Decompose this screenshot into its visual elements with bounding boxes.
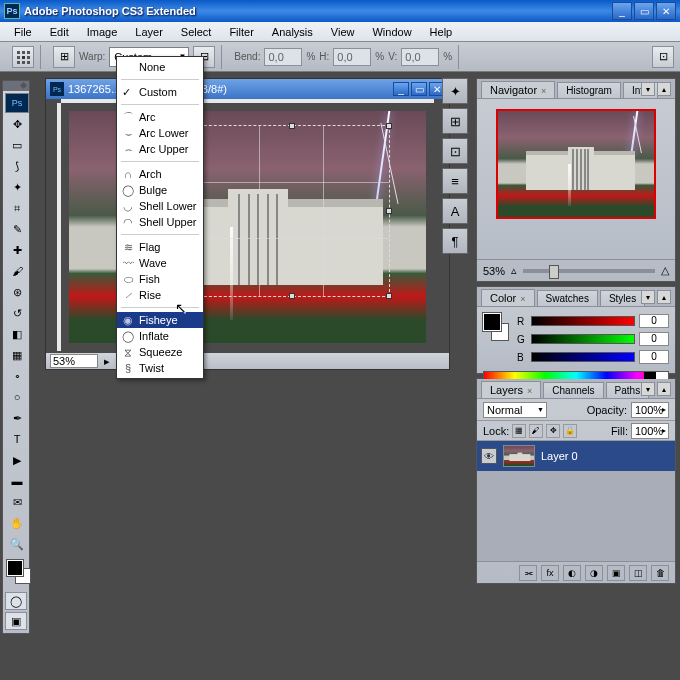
nav-zoom-out-icon[interactable]: ▵ (511, 264, 517, 277)
crop-tool-icon[interactable]: ⌗ (5, 198, 29, 218)
tab-histogram[interactable]: Histogram (557, 82, 621, 98)
panel-menu-icon[interactable]: ▾ (641, 82, 655, 96)
tab-channels[interactable]: Channels (543, 382, 603, 398)
doc-maximize-icon[interactable]: ▭ (411, 82, 427, 96)
zoom-input[interactable]: 53% (50, 354, 98, 368)
dock-clone-icon[interactable]: ⊞ (442, 108, 468, 134)
warp-fish[interactable]: ⬭Fish (117, 271, 203, 287)
warp-arch[interactable]: ∩Arch (117, 166, 203, 182)
warp-shell-upper[interactable]: ◠Shell Upper (117, 214, 203, 230)
marquee-tool-icon[interactable]: ▭ (5, 135, 29, 155)
dock-brushes-icon[interactable]: ✦ (442, 78, 468, 104)
color-menu-icon[interactable]: ▾ (641, 290, 655, 304)
screenmode-icon[interactable]: ▣ (5, 612, 27, 630)
warp-shell-lower[interactable]: ◡Shell Lower (117, 198, 203, 214)
foreground-swatch[interactable] (7, 560, 23, 576)
dock-paragraph-icon[interactable]: ¶ (442, 228, 468, 254)
menu-view[interactable]: View (323, 24, 363, 40)
layer-name[interactable]: Layer 0 (541, 450, 578, 462)
layer-group-icon[interactable]: ▣ (607, 565, 625, 581)
tab-layers[interactable]: Layers× (481, 381, 541, 398)
warp-wave[interactable]: 〰Wave (117, 255, 203, 271)
layers-menu-icon[interactable]: ▾ (641, 382, 655, 396)
menu-filter[interactable]: Filter (221, 24, 261, 40)
tab-swatches[interactable]: Swatches (537, 290, 598, 306)
workspace-toggle-icon[interactable]: ⊡ (652, 46, 674, 68)
maximize-button[interactable]: ▭ (634, 2, 654, 20)
v-input[interactable]: 0,0 (401, 48, 439, 66)
navigator-thumbnail[interactable] (496, 109, 656, 219)
lock-all-icon[interactable]: 🔒 (563, 424, 577, 438)
eraser-tool-icon[interactable]: ◧ (5, 324, 29, 344)
menu-help[interactable]: Help (422, 24, 461, 40)
history-brush-icon[interactable]: ↺ (5, 303, 29, 323)
wand-tool-icon[interactable]: ✦ (5, 177, 29, 197)
panel-collapse-icon[interactable]: ▴ (657, 82, 671, 96)
warp-arc[interactable]: ⌒Arc (117, 109, 203, 125)
layer-visibility-icon[interactable]: 👁 (481, 448, 497, 464)
menu-window[interactable]: Window (364, 24, 419, 40)
warp-none[interactable]: None (117, 59, 203, 75)
menu-analysis[interactable]: Analysis (264, 24, 321, 40)
lock-position-icon[interactable]: ✥ (546, 424, 560, 438)
b-slider[interactable] (531, 352, 635, 362)
doc-minimize-icon[interactable]: _ (393, 82, 409, 96)
blend-mode-select[interactable]: Normal (483, 402, 547, 418)
fill-input[interactable]: 100% (631, 423, 669, 439)
pen-tool-icon[interactable]: ✒ (5, 408, 29, 428)
warp-rise[interactable]: ⟋Rise (117, 287, 203, 303)
transform-bounding-box[interactable] (194, 125, 390, 297)
warp-twist[interactable]: §Twist (117, 360, 203, 376)
warp-fisheye[interactable]: ◉Fisheye (117, 312, 203, 328)
dock-character-icon[interactable]: A (442, 198, 468, 224)
adjustment-layer-icon[interactable]: ◑ (585, 565, 603, 581)
quickmask-icon[interactable]: ◯ (5, 592, 27, 610)
lock-pixels-icon[interactable]: 🖌 (529, 424, 543, 438)
menu-image[interactable]: Image (79, 24, 126, 40)
warp-flag[interactable]: ≋Flag (117, 239, 203, 255)
r-slider[interactable] (531, 316, 635, 326)
g-value[interactable]: 0 (639, 332, 669, 346)
ps-icon[interactable]: Ps (5, 93, 29, 113)
color-collapse-icon[interactable]: ▴ (657, 290, 671, 304)
eyedropper-tool-icon[interactable]: ✎ (5, 219, 29, 239)
minimize-button[interactable]: _ (612, 2, 632, 20)
dodge-tool-icon[interactable]: ○ (5, 387, 29, 407)
toolbox-grip[interactable] (3, 81, 29, 91)
gradient-tool-icon[interactable]: ▦ (5, 345, 29, 365)
warp-custom[interactable]: Custom (117, 84, 203, 100)
tab-styles[interactable]: Styles (600, 290, 645, 306)
layer-style-icon[interactable]: fx (541, 565, 559, 581)
dock-tool-presets-icon[interactable]: ⊡ (442, 138, 468, 164)
path-select-icon[interactable]: ▶ (5, 450, 29, 470)
blur-tool-icon[interactable]: ∘ (5, 366, 29, 386)
notes-tool-icon[interactable]: ✉ (5, 492, 29, 512)
warp-inflate[interactable]: ◯Inflate (117, 328, 203, 344)
link-layers-icon[interactable]: ⫘ (519, 565, 537, 581)
b-value[interactable]: 0 (639, 350, 669, 364)
new-layer-icon[interactable]: ◫ (629, 565, 647, 581)
heal-tool-icon[interactable]: ✚ (5, 240, 29, 260)
nav-zoom-slider[interactable] (523, 269, 655, 273)
brush-tool-icon[interactable]: 🖌 (5, 261, 29, 281)
color-fg-swatch[interactable] (483, 313, 501, 331)
warp-squeeze[interactable]: ⧖Squeeze (117, 344, 203, 360)
nav-zoom-in-icon[interactable]: △ (661, 264, 669, 277)
menu-select[interactable]: Select (173, 24, 220, 40)
menu-edit[interactable]: Edit (42, 24, 77, 40)
hand-tool-icon[interactable]: ✋ (5, 513, 29, 533)
layer-mask-icon[interactable]: ◐ (563, 565, 581, 581)
type-tool-icon[interactable]: T (5, 429, 29, 449)
layers-collapse-icon[interactable]: ▴ (657, 382, 671, 396)
layer-row[interactable]: 👁 Layer 0 (477, 441, 675, 471)
color-swatches[interactable] (5, 558, 27, 590)
menu-layer[interactable]: Layer (127, 24, 171, 40)
shape-tool-icon[interactable]: ▬ (5, 471, 29, 491)
h-input[interactable]: 0,0 (333, 48, 371, 66)
document-titlebar[interactable]: Ps 1367265… % (Layer 0, RGB/8#) _ ▭ ✕ (46, 79, 449, 99)
warp-between-icon[interactable]: ⊞ (53, 46, 75, 68)
layer-thumbnail[interactable] (503, 445, 535, 467)
zoom-tool-icon[interactable]: 🔍 (5, 534, 29, 554)
warp-arc-upper[interactable]: ⌢Arc Upper (117, 141, 203, 157)
warp-bulge[interactable]: ◯Bulge (117, 182, 203, 198)
